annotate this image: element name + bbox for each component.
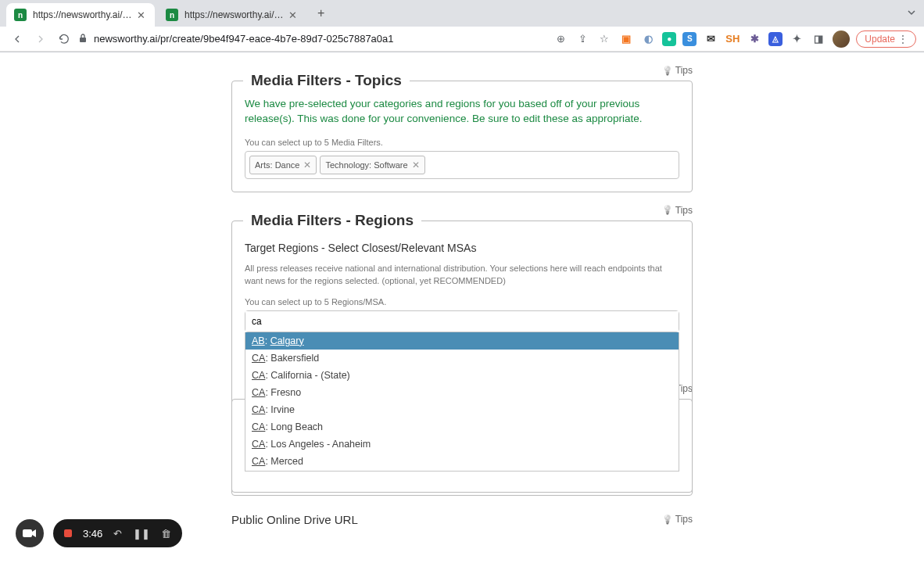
dropdown-option[interactable]: CA: Merced [245,453,679,470]
remove-chip-icon[interactable]: ✕ [412,160,420,170]
panel-title: Media Filters - Topics [243,72,410,89]
svg-rect-1 [23,529,32,537]
svg-rect-0 [80,38,86,42]
limit-text: You can select up to 5 Media Filters. [245,138,679,147]
forward-button[interactable] [31,30,50,48]
trash-icon[interactable]: 🗑 [161,528,171,540]
recording-controls: 3:46 ↶ ❚❚ 🗑 [53,519,182,547]
panel-title: Media Filters - Regions [243,212,421,229]
share-icon[interactable]: ⇪ [575,31,590,47]
panel-icon[interactable]: ◨ [811,31,826,47]
recording-time: 3:46 [83,528,102,540]
undo-icon[interactable]: ↶ [113,528,122,540]
filter-chip: Technology: Software✕ [320,156,424,174]
regions-dropdown[interactable]: AB: CalgaryCA: BakersfieldCA: California… [245,332,679,472]
regions-panel: Media Filters - Regions Target Regions -… [231,221,693,496]
tips-link[interactable]: Tips [662,514,693,525]
zoom-icon[interactable]: ⊕ [553,31,568,47]
tab-title: https://newsworthy.ai/pr/creat [33,9,135,20]
browser-tab[interactable]: n https://newsworthy.ai/pr/upda ✕ [158,3,306,27]
limit-text: You can select up to 5 Regions/MSA. [245,297,679,307]
s-blue-icon[interactable]: S [682,32,697,46]
puzzle-icon[interactable]: ✦ [789,31,804,47]
regions-search-input[interactable] [245,311,679,332]
pause-icon[interactable]: ❚❚ [133,528,150,540]
page-content: Tips Media Filters - Topics We have pre-… [0,52,924,563]
help-text: All press releases receive national and … [245,262,679,288]
dropdown-option[interactable]: CA: Long Beach [245,418,679,436]
dropdown-option[interactable]: CA: Irvine [245,401,679,418]
camera-button[interactable] [16,519,44,547]
rss-icon[interactable]: ▣ [618,31,634,47]
mail-icon[interactable]: ✉ [703,31,718,47]
topics-input[interactable]: Arts: Dance✕Technology: Software✕ [245,151,679,179]
filter-chip: Arts: Dance✕ [249,156,317,174]
regions-search-container [245,310,679,332]
browser-toolbar: newsworthy.ai/pr/create/9be4f947-eace-4b… [0,27,924,52]
dropdown-option[interactable]: CA: Los Angeles - Anaheim [245,436,679,453]
tips-link[interactable]: Tips [662,65,693,76]
topics-panel: Media Filters - Topics We have pre-selec… [231,81,693,192]
tips-link[interactable]: Tips [662,205,693,216]
recording-widget: 3:46 ↶ ❚❚ 🗑 [16,519,182,547]
section-heading: Public Online Drive URL [231,507,358,533]
triangle-icon[interactable]: ◬ [768,32,783,46]
remove-chip-icon[interactable]: ✕ [303,160,311,170]
back-button[interactable] [8,30,27,48]
dropdown-option[interactable]: CA: Bakersfield [245,350,679,367]
address-bar[interactable]: newsworthy.ai/pr/create/9be4f947-eace-4b… [94,33,553,45]
dropdown-option[interactable]: CA: Fresno [245,384,679,401]
grammarly-icon[interactable]: ● [662,32,676,46]
section-label: Target Regions - Select Closest/Relevant… [245,242,679,254]
avatar[interactable] [833,30,850,48]
favicon: n [14,9,27,21]
info-text: We have pre-selected your categories and… [245,97,679,127]
dropdown-option[interactable]: CA: California - (State) [245,367,679,384]
reload-button[interactable] [55,30,73,48]
chevron-down-icon[interactable] [907,6,916,20]
favicon: n [166,9,178,21]
update-button[interactable]: Update [856,30,916,48]
new-tab-button[interactable]: + [310,6,332,20]
lock-icon[interactable] [78,32,88,46]
close-icon[interactable]: ✕ [287,9,299,21]
record-indicator-icon [64,529,72,537]
browser-tab-active[interactable]: n https://newsworthy.ai/pr/creat ✕ [6,3,155,27]
browser-chrome: n https://newsworthy.ai/pr/creat ✕ n htt… [0,0,924,52]
tab-title: https://newsworthy.ai/pr/upda [184,9,287,20]
dropdown-option[interactable]: CA: Modesto [245,470,679,472]
sh-icon[interactable]: SH [725,31,740,47]
bookmark-icon[interactable]: ☆ [596,31,612,47]
close-icon[interactable]: ✕ [135,9,147,21]
dropdown-option[interactable]: AB: Calgary [245,332,679,350]
globe-icon[interactable]: ◐ [640,31,656,47]
tab-bar: n https://newsworthy.ai/pr/creat ✕ n htt… [0,0,924,27]
asterisk-icon[interactable]: ✱ [747,31,762,47]
